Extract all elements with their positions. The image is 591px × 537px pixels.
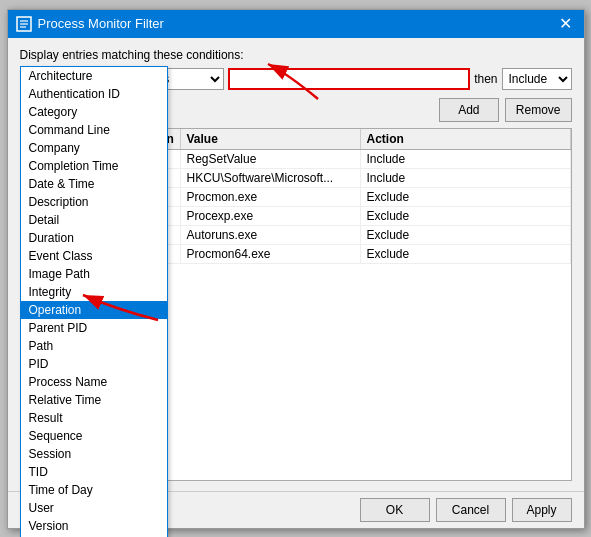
then-label: then [474,72,497,86]
column-dropdown: ArchitectureAuthentication IDCategoryCom… [20,66,168,538]
action-select[interactable]: Include [502,68,572,90]
dropdown-item[interactable]: Date & Time [21,175,167,193]
value-input[interactable] [228,68,471,90]
dropdown-item[interactable]: TID [21,463,167,481]
dropdown-item[interactable]: Architecture [21,67,167,85]
dropdown-item[interactable]: Detail [21,211,167,229]
cell-action: Include [361,169,571,187]
cell-value: Procmon.exe [181,188,361,206]
condition-label: Display entries matching these condition… [20,48,572,62]
cell-value: Procexp.exe [181,207,361,225]
dropdown-item[interactable]: Description [21,193,167,211]
dropdown-item[interactable]: Result [21,409,167,427]
cell-value: Autoruns.exe [181,226,361,244]
dropdown-item[interactable]: Duration [21,229,167,247]
add-button[interactable]: Add [439,98,499,122]
dropdown-item[interactable]: Session [21,445,167,463]
col-header-value: Value [181,129,361,149]
app-icon [16,16,32,32]
dropdown-item[interactable]: Sequence [21,427,167,445]
cell-action: Exclude [361,207,571,225]
dropdown-item[interactable]: Category [21,103,167,121]
title-bar-left: Process Monitor Filter [16,16,164,32]
cell-value: HKCU\Software\Microsoft... [181,169,361,187]
cell-action: Exclude [361,226,571,244]
dropdown-item[interactable]: Time of Day [21,481,167,499]
dropdown-item[interactable]: Path [21,337,167,355]
dropdown-item[interactable]: Command Line [21,121,167,139]
dropdown-item[interactable]: Integrity [21,283,167,301]
title-bar: Process Monitor Filter ✕ [8,10,584,38]
cell-action: Exclude [361,245,571,263]
ok-button[interactable]: OK [360,498,430,522]
dropdown-item[interactable]: Authentication ID [21,85,167,103]
dropdown-item[interactable]: Company [21,139,167,157]
dropdown-item[interactable]: Image Path [21,265,167,283]
apply-button[interactable]: Apply [512,498,572,522]
cell-value: Procmon64.exe [181,245,361,263]
dropdown-item[interactable]: Version [21,517,167,535]
dropdown-item[interactable]: Relative Time [21,391,167,409]
dropdown-item[interactable]: User [21,499,167,517]
cell-action: Exclude [361,188,571,206]
dropdown-item[interactable]: Parent PID [21,319,167,337]
cell-action: Include [361,150,571,168]
dialog: Process Monitor Filter ✕ Display entries… [7,9,585,529]
dropdown-item[interactable]: Process Name [21,373,167,391]
dropdown-item[interactable]: Completion Time [21,157,167,175]
dropdown-item[interactable]: PID [21,355,167,373]
close-button[interactable]: ✕ [555,16,576,32]
col-header-action: Action [361,129,571,149]
cell-value: RegSetValue [181,150,361,168]
remove-button[interactable]: Remove [505,98,572,122]
dropdown-item[interactable]: Event Class [21,247,167,265]
dropdown-item[interactable]: Operation [21,301,167,319]
dialog-title: Process Monitor Filter [38,16,164,31]
cancel-button[interactable]: Cancel [436,498,506,522]
